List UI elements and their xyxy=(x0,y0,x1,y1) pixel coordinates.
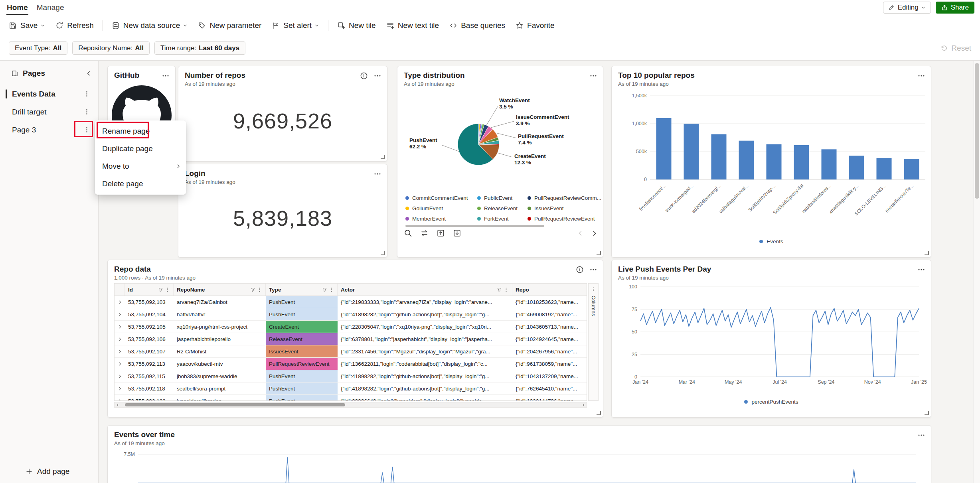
more-icon[interactable] xyxy=(589,266,597,274)
toolbar-button-refresh[interactable]: Refresh xyxy=(51,18,99,34)
row-expander[interactable] xyxy=(115,382,125,394)
row-expander[interactable] xyxy=(115,321,125,333)
column-menu-icon[interactable] xyxy=(329,287,334,292)
row-expander[interactable] xyxy=(115,395,125,401)
collapse-sidebar-button[interactable] xyxy=(85,70,92,77)
toolbar-button-base-queries[interactable]: Base queries xyxy=(445,18,510,34)
column-menu-icon[interactable] xyxy=(257,287,262,292)
scroll-left-icon[interactable] xyxy=(115,403,120,407)
sidebar-item-events-data[interactable]: Events Data xyxy=(0,85,98,103)
sidebar-item-page-3[interactable]: Page 3 xyxy=(0,121,98,139)
resize-handle[interactable] xyxy=(597,411,601,415)
legend-label: CommitCommentEvent xyxy=(412,195,468,201)
more-icon[interactable] xyxy=(162,72,170,80)
column-header-id[interactable]: Id xyxy=(125,284,174,296)
toolbar-button-new-data-source[interactable]: New data source xyxy=(107,18,193,34)
more-icon[interactable] xyxy=(917,266,925,274)
svg-text:SoilSpiritV2ray-...: SoilSpiritV2ray-... xyxy=(747,183,777,213)
swap-icon[interactable] xyxy=(420,229,429,237)
row-expander[interactable] xyxy=(115,358,125,370)
toolbar-button-set-alert[interactable]: Set alert xyxy=(267,18,324,34)
toolbar-button-new-tile[interactable]: New tile xyxy=(332,18,381,34)
toolbar-button-save[interactable]: Save xyxy=(4,18,50,34)
kebab-menu-icon[interactable] xyxy=(82,107,92,117)
share-button[interactable]: Share xyxy=(936,2,974,14)
menu-item-move-to[interactable]: Move to xyxy=(95,158,186,175)
columns-panel-label: Columns xyxy=(591,296,597,316)
selection-indicator xyxy=(6,89,7,99)
menu-item-rename-page[interactable]: Rename page xyxy=(95,122,186,140)
more-icon[interactable] xyxy=(373,170,381,178)
kebab-menu-icon[interactable] xyxy=(82,125,92,135)
column-header-reponame[interactable]: RepoName xyxy=(174,284,266,296)
legend-dot xyxy=(405,196,409,200)
filter-pill-time-range[interactable]: Time range:Last 60 days xyxy=(154,41,245,55)
vertical-scrollbar[interactable] xyxy=(973,61,980,483)
column-header-repo[interactable]: Repo xyxy=(512,284,587,296)
search-icon[interactable] xyxy=(404,229,412,237)
column-header-actor[interactable]: Actor xyxy=(338,284,512,296)
move-up-icon[interactable] xyxy=(437,229,445,237)
filter-icon[interactable] xyxy=(322,287,327,292)
resize-handle[interactable] xyxy=(925,251,929,255)
row-expander[interactable] xyxy=(115,333,125,345)
toolbar-button-favorite[interactable]: Favorite xyxy=(511,18,559,34)
filter-icon[interactable] xyxy=(158,287,163,292)
cell-id: 53,755,092,106 xyxy=(125,333,174,345)
scrollbar-thumb[interactable] xyxy=(125,403,345,406)
row-expander[interactable] xyxy=(115,296,125,308)
legend-dot xyxy=(528,217,531,221)
reset-button[interactable]: Reset xyxy=(940,44,971,53)
resize-handle[interactable] xyxy=(381,251,385,255)
page-previous-icon[interactable] xyxy=(577,230,584,237)
header-icons xyxy=(322,287,334,292)
line-chart: 1007550250Jan '24Mar '24May '24Jul '24Se… xyxy=(612,282,932,390)
cell-type: ReleaseEvent xyxy=(266,333,338,345)
scrollbar-thumb[interactable] xyxy=(975,63,979,199)
filter-icon[interactable] xyxy=(497,287,502,292)
toolbar-button-new-parameter[interactable]: New parameter xyxy=(193,18,266,34)
move-down-icon[interactable] xyxy=(453,229,461,237)
scroll-right-icon[interactable] xyxy=(581,403,586,407)
menu-item-duplicate-page[interactable]: Duplicate page xyxy=(95,140,186,158)
more-icon[interactable] xyxy=(917,72,925,80)
table-horizontal-scrollbar[interactable] xyxy=(114,402,587,408)
row-expander[interactable] xyxy=(115,370,125,382)
filter-pill-event-type[interactable]: Event Type:All xyxy=(9,41,67,55)
resize-handle[interactable] xyxy=(597,251,601,255)
filter-icon[interactable] xyxy=(250,287,255,292)
resize-handle[interactable] xyxy=(925,411,929,415)
legend-scrollbar[interactable] xyxy=(405,225,544,227)
page-next-icon[interactable] xyxy=(591,230,598,237)
sidebar-item-drill-target[interactable]: Drill target xyxy=(0,103,98,121)
svg-text:100: 100 xyxy=(629,284,637,290)
chevron-down-icon xyxy=(921,5,926,10)
editing-mode-button[interactable]: Editing xyxy=(883,2,931,14)
info-icon[interactable] xyxy=(360,72,368,80)
row-expander[interactable] xyxy=(115,345,125,357)
column-menu-icon[interactable] xyxy=(504,287,509,292)
cell-type: CreateEvent xyxy=(266,321,338,333)
more-icon[interactable] xyxy=(917,431,925,439)
more-icon[interactable] xyxy=(373,72,381,80)
add-page-button[interactable]: Add page xyxy=(26,467,69,476)
more-icon[interactable] xyxy=(589,72,597,80)
chevron-right-icon xyxy=(176,164,181,169)
toolbar-button-new-text-tile[interactable]: New text tile xyxy=(381,18,444,34)
svg-text:SoilSpiritZproxy-list: SoilSpiritZproxy-list xyxy=(772,183,805,216)
column-menu-icon[interactable] xyxy=(165,287,170,292)
resize-handle[interactable] xyxy=(381,155,385,159)
tab-home[interactable]: Home xyxy=(2,0,32,15)
toolbar-label: New parameter xyxy=(209,21,261,30)
tab-manage[interactable]: Manage xyxy=(32,0,69,15)
info-icon[interactable] xyxy=(576,266,584,274)
tile-title: GitHub xyxy=(114,71,139,80)
column-header-type[interactable]: Type xyxy=(266,284,338,296)
kebab-menu-icon[interactable] xyxy=(82,89,92,99)
menu-item-delete-page[interactable]: Delete page xyxy=(95,175,186,193)
columns-panel[interactable]: Columns xyxy=(588,283,599,401)
cell-id: 53,755,092,113 xyxy=(125,358,174,370)
svg-text:trunk-io/merged...: trunk-io/merged... xyxy=(664,183,694,213)
row-expander[interactable] xyxy=(115,308,125,320)
filter-pill-repository-name[interactable]: Repository Name:All xyxy=(72,41,150,55)
